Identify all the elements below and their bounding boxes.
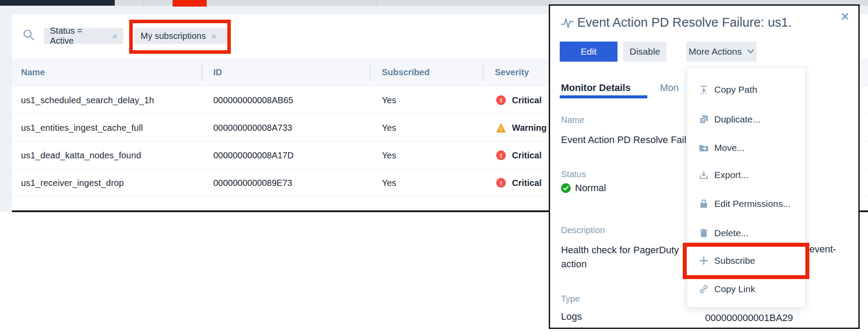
tab-partial-mon[interactable]: Mon xyxy=(660,82,679,94)
severity-critical-icon: ! xyxy=(496,150,506,160)
cell-monitor-name[interactable]: us1_entities_ingest_cache_full xyxy=(21,114,143,141)
more-actions-label: More Actions xyxy=(688,46,741,57)
move-folder-icon xyxy=(699,143,709,153)
cell-severity: ! Warning xyxy=(496,114,547,141)
severity-label: Critical xyxy=(512,178,542,188)
column-header-id[interactable]: ID xyxy=(213,58,222,87)
tab-monitor-details[interactable]: Monitor Details xyxy=(561,82,631,94)
severity-critical-icon: ! xyxy=(496,178,506,188)
menu-item-copy-path[interactable]: Copy Path xyxy=(687,82,805,97)
column-divider xyxy=(370,63,370,82)
tab-separator xyxy=(144,0,144,6)
cell-monitor-name[interactable]: us1_receiver_ingest_drop xyxy=(21,169,124,196)
monitor-id-value: 000000000001BA29 xyxy=(705,312,793,324)
more-actions-button[interactable]: More Actions xyxy=(686,42,756,62)
column-header-subscribed[interactable]: Subscribed xyxy=(382,58,430,87)
remove-filter-icon[interactable]: × xyxy=(112,31,117,41)
name-label: Name xyxy=(561,115,584,125)
menu-item-delete[interactable]: Delete... xyxy=(687,226,805,241)
search-icon xyxy=(23,29,35,41)
filter-chip-label: Status = Active xyxy=(50,26,107,46)
description-label: Description xyxy=(561,225,605,235)
cell-subscribed: Yes xyxy=(382,114,396,141)
cell-severity: ! Critical xyxy=(496,87,542,114)
status-label: Status xyxy=(561,169,586,179)
panel-title: Event Action PD Resolve Failure: us1. xyxy=(577,15,792,30)
column-divider xyxy=(201,63,202,82)
active-tab-underline xyxy=(560,95,647,98)
chevron-down-icon xyxy=(747,49,754,54)
cell-subscribed: Yes xyxy=(382,169,396,196)
description-line1: Health check for PagerDuty xyxy=(561,245,679,256)
status-value: Normal xyxy=(575,182,606,194)
browser-active-tab[interactable] xyxy=(0,0,115,6)
column-header-name[interactable]: Name xyxy=(21,58,45,87)
cell-severity: ! Critical xyxy=(496,169,542,196)
export-icon xyxy=(699,170,709,180)
cell-monitor-name[interactable]: us1_scheduled_search_delay_1h xyxy=(21,87,154,114)
severity-warning-icon: ! xyxy=(496,123,506,133)
column-header-severity[interactable]: Severity xyxy=(495,58,529,87)
description-line1-tail: event- xyxy=(809,244,836,255)
annotation-box-subscribe xyxy=(683,243,809,279)
menu-item-move[interactable]: Move... xyxy=(687,140,805,155)
type-value: Logs xyxy=(561,311,582,322)
filter-chip-status-active[interactable]: Status = Active × xyxy=(44,28,123,44)
copy-path-icon xyxy=(699,84,709,95)
name-value: Event Action PD Resolve Fail xyxy=(561,134,686,146)
severity-label: Critical xyxy=(512,150,542,161)
tab-separator xyxy=(377,0,378,6)
cell-monitor-id: 0000000000089E73 xyxy=(213,169,292,196)
menu-item-copy-link[interactable]: Copy Link xyxy=(687,282,805,297)
severity-label: Warning xyxy=(512,123,547,133)
edit-button[interactable]: Edit xyxy=(560,42,617,62)
type-label: Type xyxy=(561,294,580,304)
menu-item-duplicate[interactable]: Duplicate... xyxy=(687,112,805,127)
severity-label: Critical xyxy=(512,95,542,105)
page-left-gutter xyxy=(0,14,12,212)
menu-item-export[interactable]: Export... xyxy=(687,168,805,182)
annotation-highlight-tab xyxy=(173,0,207,7)
description-line2: action xyxy=(561,259,587,270)
disable-button[interactable]: Disable xyxy=(623,42,667,62)
cell-monitor-id: 000000000008AB65 xyxy=(213,87,293,114)
cell-monitor-id: 000000000008A17D xyxy=(213,142,294,169)
cell-subscribed: Yes xyxy=(382,142,396,169)
column-divider xyxy=(483,63,483,82)
severity-critical-icon: ! xyxy=(496,95,506,105)
close-icon[interactable]: × xyxy=(841,9,849,23)
link-icon xyxy=(699,284,709,294)
cell-monitor-id: 000000000008A733 xyxy=(213,114,292,141)
cell-monitor-name[interactable]: us1_dead_katta_nodes_found xyxy=(21,142,141,169)
pulse-icon xyxy=(561,17,574,30)
menu-item-edit-permissions[interactable]: Edit Permissions... xyxy=(687,196,805,211)
trash-icon xyxy=(699,228,709,238)
cell-subscribed: Yes xyxy=(382,87,396,114)
duplicate-icon xyxy=(699,114,709,125)
lock-icon xyxy=(699,199,709,209)
status-normal-icon xyxy=(561,183,571,193)
cell-severity: ! Critical xyxy=(496,142,542,169)
annotation-box-my-subscriptions xyxy=(129,20,231,54)
